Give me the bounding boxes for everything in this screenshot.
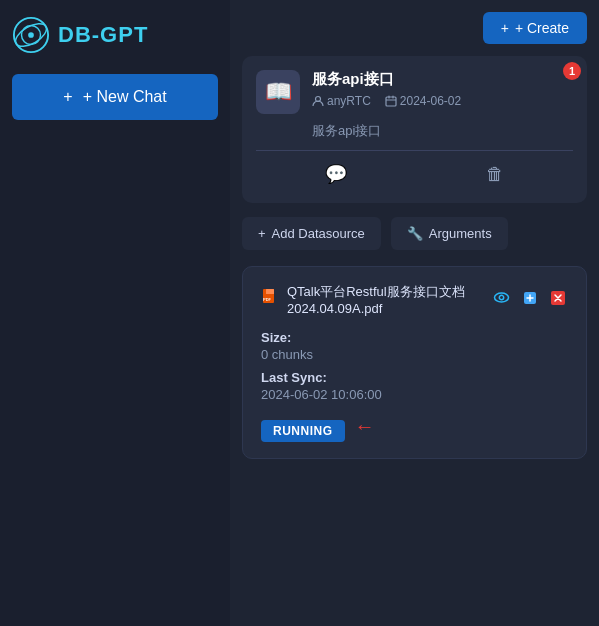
- svg-point-3: [28, 32, 34, 38]
- size-value: 0 chunks: [261, 347, 568, 362]
- logo-text: DB-GPT: [58, 22, 148, 48]
- arrow-indicator: ←: [355, 415, 375, 438]
- knowledge-description: 服务api接口: [256, 122, 573, 140]
- last-sync-value: 2024-06-02 10:06:00: [261, 387, 568, 402]
- last-sync-label: Last Sync:: [261, 370, 568, 385]
- new-chat-label: + New Chat: [83, 88, 167, 106]
- knowledge-title: 服务api接口: [312, 70, 573, 89]
- arguments-label: Arguments: [429, 226, 492, 241]
- svg-point-9: [495, 293, 509, 302]
- file-action-icons: [491, 287, 568, 312]
- user-info: anyRTC: [312, 94, 371, 108]
- svg-rect-7: [266, 289, 274, 294]
- logo-area: DB-GPT: [12, 12, 218, 58]
- running-badge: RUNNING: [261, 420, 345, 442]
- file-name: QTalk平台Restful服务接口文档2024.04.09A.pdf: [287, 283, 483, 316]
- file-card: PDF QTalk平台Restful服务接口文档2024.04.09A.pdf …: [242, 266, 587, 459]
- create-icon: +: [501, 20, 509, 36]
- add-datasource-button[interactable]: + Add Datasource: [242, 217, 381, 250]
- create-button[interactable]: + + Create: [483, 12, 587, 44]
- main-content: + + Create 1 📖 服务api接口 anyRTC 2024-06-02: [230, 0, 599, 626]
- size-label: Size:: [261, 330, 568, 345]
- arguments-button[interactable]: 🔧 Arguments: [391, 217, 508, 250]
- delete-icon[interactable]: [548, 288, 568, 312]
- book-icon: 📖: [265, 79, 292, 105]
- calendar-icon: [385, 95, 397, 107]
- svg-point-10: [499, 295, 503, 299]
- new-chat-button[interactable]: + + New Chat: [12, 74, 218, 120]
- wrench-icon: 🔧: [407, 226, 423, 241]
- svg-rect-5: [386, 97, 396, 106]
- action-row: + Add Datasource 🔧 Arguments: [242, 217, 587, 250]
- topbar: + + Create: [242, 12, 587, 44]
- edit-icon[interactable]: [520, 288, 540, 312]
- pdf-icon: PDF: [261, 288, 279, 311]
- book-icon-wrap: 📖: [256, 70, 300, 114]
- sidebar: DB-GPT + + New Chat: [0, 0, 230, 626]
- knowledge-meta: 服务api接口 anyRTC 2024-06-02: [312, 70, 573, 108]
- eye-icon[interactable]: [491, 287, 512, 312]
- size-row: Size: 0 chunks: [261, 330, 568, 362]
- last-sync-row: Last Sync: 2024-06-02 10:06:00: [261, 370, 568, 402]
- chat-action-button[interactable]: 💬: [305, 159, 367, 189]
- notification-badge: 1: [563, 62, 581, 80]
- date-info: 2024-06-02: [385, 94, 461, 108]
- file-card-header: PDF QTalk平台Restful服务接口文档2024.04.09A.pdf: [261, 283, 568, 316]
- knowledge-card: 1 📖 服务api接口 anyRTC 2024-06-02: [242, 56, 587, 203]
- svg-text:PDF: PDF: [263, 297, 272, 302]
- knowledge-card-header: 📖 服务api接口 anyRTC 2024-06-02: [256, 70, 573, 114]
- new-chat-icon: +: [63, 88, 72, 106]
- delete-action-button[interactable]: 🗑: [466, 159, 524, 189]
- user-icon: [312, 95, 324, 107]
- running-row: RUNNING ←: [261, 410, 568, 442]
- knowledge-actions: 💬 🗑: [256, 150, 573, 189]
- knowledge-info: anyRTC 2024-06-02: [312, 94, 573, 108]
- create-label: + Create: [515, 20, 569, 36]
- add-datasource-icon: +: [258, 226, 266, 241]
- add-datasource-label: Add Datasource: [272, 226, 365, 241]
- logo-icon: [12, 16, 50, 54]
